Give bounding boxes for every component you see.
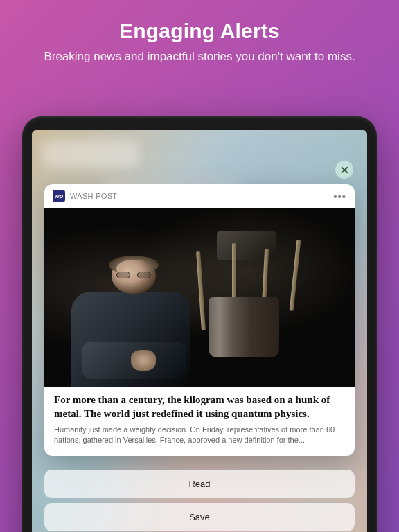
more-icon[interactable]: ••• [333,190,346,202]
promo-subtitle: Breaking news and impactful stories you … [17,48,382,65]
apparatus-illustration [187,226,305,369]
device-screen: wp WASH POST ••• [32,130,367,532]
save-button[interactable]: Save [44,503,355,531]
card-body: For more than a century, the kilogram wa… [44,387,355,456]
read-button[interactable]: Read [44,470,355,498]
story-summary: Humanity just made a weighty decision. O… [54,425,345,446]
promo-header: Engaging Alerts Breaking news and impact… [0,0,399,79]
story-image [44,208,355,387]
device-frame: wp WASH POST ••• [22,116,377,532]
blurred-content [42,140,139,168]
notification-card[interactable]: wp WASH POST ••• [44,184,355,456]
card-header: wp WASH POST ••• [44,184,355,208]
close-icon [341,166,348,174]
person-illustration [69,254,193,387]
app-icon: wp [53,190,65,202]
story-title: For more than a century, the kilogram wa… [54,393,345,420]
close-button-container [335,161,353,179]
app-name-label: WASH POST [70,192,328,200]
close-button[interactable] [335,161,353,179]
action-button-group: Read Save Share [44,470,355,532]
promo-title: Engaging Alerts [17,19,382,43]
